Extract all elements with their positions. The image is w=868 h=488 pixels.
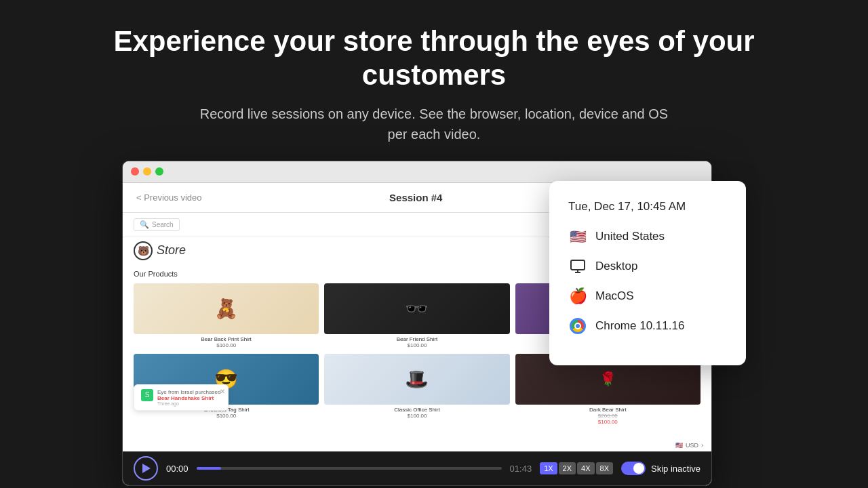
time-total: 01:43 <box>510 464 532 474</box>
time-current: 00:00 <box>166 464 189 474</box>
skip-inactive-label: Skip inactive <box>651 464 701 474</box>
product-name: Dark Bear Shirt <box>515 407 701 413</box>
toast-notification: S Eye from Israel purchased Bear Handsha… <box>134 384 229 411</box>
toast-text-item: Bear Handshake Shirt <box>157 395 220 401</box>
video-controls: 00:00 01:43 1X 2X 4X 8X Skip inactive <box>123 451 711 485</box>
apple-icon: 🍎 <box>568 287 587 306</box>
toast-text-time: Three ago <box>157 401 220 406</box>
currency-label: USD <box>686 442 698 449</box>
search-icon: 🔍 <box>140 220 149 229</box>
device-text: Desktop <box>595 260 637 273</box>
product-name: Bear Back Print Shirt <box>134 336 319 342</box>
window-maximize-dot[interactable] <box>155 167 163 176</box>
svg-rect-0 <box>571 260 585 270</box>
product-name: Bear Friend Shirt <box>324 336 509 342</box>
flag-icon: 🇺🇸 <box>675 442 683 449</box>
skip-inactive-toggle[interactable] <box>621 462 646 475</box>
store-logo-icon: 🐻 <box>134 241 153 260</box>
currency-arrow[interactable]: › <box>701 442 703 449</box>
speed-2x[interactable]: 2X <box>559 462 576 474</box>
info-row-os: 🍎 MacOS <box>568 287 727 306</box>
product-price: $100.00 <box>324 413 509 419</box>
hero-title: Experience your store through the eyes o… <box>95 24 773 93</box>
prev-video-link[interactable]: < Previous video <box>136 192 201 203</box>
toast-close-button[interactable]: ✕ <box>220 388 225 395</box>
hero-subtitle: Record live sessions on any device. See … <box>197 104 671 144</box>
info-panel: Tue, Dec 17, 10:45 AM 🇺🇸 United States D… <box>549 181 746 365</box>
window-minimize-dot[interactable] <box>143 167 151 176</box>
play-icon <box>142 464 151 473</box>
progress-fill <box>197 467 221 470</box>
product-price: $100.00 <box>134 342 319 348</box>
speed-4x[interactable]: 4X <box>577 462 594 474</box>
session-datetime: Tue, Dec 17, 10:45 AM <box>568 200 727 214</box>
browser-titlebar <box>123 161 711 183</box>
desktop-icon <box>568 257 587 276</box>
store-currency-bar: 🇺🇸 USD › <box>667 439 711 451</box>
product-price: $100.00 <box>134 413 319 419</box>
list-item: 🎩 Classic Office Shirt $100.00 <box>324 354 509 425</box>
speed-buttons: 1X 2X 4X 8X <box>540 462 613 474</box>
flag-icon: 🇺🇸 <box>568 227 587 246</box>
play-button[interactable] <box>134 456 158 481</box>
product-name: Classic Office Shirt <box>324 407 509 413</box>
info-row-browser: Chrome 10.11.16 <box>568 317 727 336</box>
list-item: 🧸 Bear Back Print Shirt $100.00 <box>134 283 319 348</box>
speed-1x[interactable]: 1X <box>540 462 557 474</box>
product-image-bear[interactable]: 🧸 <box>134 283 319 334</box>
demo-container: < Previous video Session #4 🔍 Search Car… <box>122 161 746 488</box>
search-placeholder: Search <box>152 221 174 228</box>
product-image-classic[interactable]: 🎩 <box>324 354 509 405</box>
os-text: MacOS <box>595 289 634 303</box>
product-price-original: $200.00 <box>515 413 701 419</box>
progress-bar[interactable] <box>197 467 502 470</box>
product-price-sale: $100.00 <box>515 419 701 425</box>
browser-text: Chrome 10.11.16 <box>595 319 684 333</box>
speed-8x[interactable]: 8X <box>596 462 613 474</box>
chrome-icon <box>568 317 587 336</box>
window-close-dot[interactable] <box>131 167 139 176</box>
country-text: United States <box>595 230 665 243</box>
info-row-device: Desktop <box>568 257 727 276</box>
skip-toggle-container: Skip inactive <box>621 462 701 475</box>
toast-text-primary: Eye from Israel purchased <box>157 389 220 395</box>
store-search-bar[interactable]: 🔍 Search <box>134 218 180 231</box>
info-row-country: 🇺🇸 United States <box>568 227 727 246</box>
list-item: 🕶️ Bear Friend Shirt $100.00 <box>324 283 509 348</box>
product-price: $100.00 <box>324 342 509 348</box>
product-image-friend[interactable]: 🕶️ <box>324 283 509 334</box>
session-title: Session #4 <box>389 192 442 203</box>
toast-icon: S <box>141 389 153 401</box>
toggle-knob <box>633 463 644 474</box>
store-logo-text: Store <box>157 243 186 258</box>
